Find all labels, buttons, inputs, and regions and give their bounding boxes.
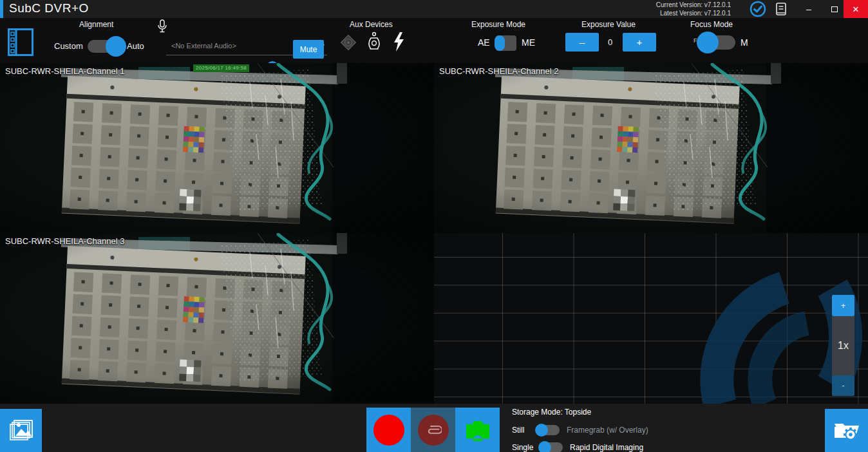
current-version: Current Version: v7.12.0.1 — [656, 1, 731, 9]
still-toggle-knob — [535, 424, 548, 437]
channel-1-video — [0, 63, 434, 233]
zoom-in-button[interactable]: + — [832, 295, 854, 316]
framegrab-label: Framegrab (w/ Overlay) — [567, 426, 648, 435]
video-grid: SUBC-RWR-SHEILA-Channel 1 2025/06/17 16:… — [0, 63, 868, 404]
title-accent-bar — [0, 0, 3, 18]
media-gallery-button[interactable] — [0, 409, 42, 452]
still-mode-row: Still Framegrab (w/ Overlay) — [512, 425, 648, 435]
digital-zoom-control: + 1x - — [832, 295, 854, 396]
clip-attach-button[interactable] — [411, 408, 455, 452]
empty-video-slot-grid — [434, 233, 868, 404]
latest-version: Latest Version: v7.12.0.1 — [656, 9, 731, 17]
alignment-label: Alignment — [79, 20, 113, 29]
zoom-level-indicator: 1x — [832, 316, 854, 375]
film-strip-icon[interactable] — [8, 28, 33, 59]
single-toggle-knob — [538, 441, 551, 452]
channel-2-video — [434, 63, 868, 233]
channel-1-label: SUBC-RWR-SHEILA-Channel 1 — [5, 66, 124, 76]
channel-3-label: SUBC-RWR-SHEILA-Channel 3 — [5, 236, 124, 246]
video-channel-1[interactable]: SUBC-RWR-SHEILA-Channel 1 2025/06/17 16:… — [0, 63, 434, 233]
lamp-icon[interactable] — [367, 32, 381, 55]
camera-icon — [464, 419, 492, 441]
focus-mode-toggle-knob — [697, 32, 719, 53]
exposure-mode-toggle-knob — [495, 35, 505, 51]
storage-mode-row: Storage Mode: Topside — [512, 408, 591, 417]
record-icon — [373, 415, 404, 446]
close-button[interactable]: ✕ — [844, 0, 868, 18]
alignment-custom-label: Custom — [54, 41, 83, 51]
aux-devices-label: Aux Devices — [350, 20, 393, 29]
audio-device-dropdown[interactable]: <No External Audio> — [171, 42, 236, 50]
bottom-bar: Storage Mode: Topside Still Framegrab (w… — [0, 404, 868, 452]
title-bar: SubC DVR+O Current Version: v7.12.0.1 La… — [0, 0, 868, 18]
focus-mode-toggle[interactable] — [701, 35, 735, 50]
alignment-toggle-knob — [106, 36, 126, 57]
storage-folder-settings-button[interactable] — [825, 409, 868, 452]
me-label: ME — [522, 37, 535, 48]
mute-button[interactable]: Mute — [293, 40, 324, 59]
log-book-icon[interactable] — [773, 1, 789, 17]
app-title: SubC DVR+O — [9, 1, 89, 15]
still-label: Still — [512, 426, 536, 435]
single-label: Single — [512, 443, 540, 452]
app-window: SubC DVR+O Current Version: v7.12.0.1 La… — [0, 0, 868, 452]
still-capture-button[interactable] — [455, 408, 500, 452]
toolbar: Alignment Custom Auto <No External Audio… — [0, 18, 868, 63]
ae-label: AE — [478, 37, 490, 48]
update-check-icon[interactable] — [750, 1, 766, 17]
video-channel-2[interactable]: SUBC-RWR-SHEILA-Channel 2 — [434, 63, 868, 233]
still-mode-toggle[interactable] — [536, 425, 560, 435]
channel-3-video — [0, 233, 434, 404]
exposure-value: 0 — [608, 37, 612, 47]
strobe-flash-icon[interactable] — [392, 32, 406, 55]
folder-settings-icon — [833, 418, 861, 444]
focus-m-label: M — [741, 37, 748, 48]
alignment-auto-label: Auto — [127, 41, 144, 51]
maximize-button[interactable] — [824, 0, 845, 18]
exposure-value-label: Exposure Value — [581, 20, 636, 29]
single-mode-row: Single Rapid Digital Imaging — [512, 442, 643, 452]
channel-2-label: SUBC-RWR-SHEILA-Channel 2 — [439, 66, 558, 76]
single-mode-toggle[interactable] — [540, 442, 563, 452]
record-button[interactable] — [366, 408, 411, 452]
paperclip-icon — [425, 422, 442, 438]
video-channel-3[interactable]: SUBC-RWR-SHEILA-Channel 3 — [0, 233, 434, 404]
minimize-button[interactable]: – — [798, 0, 819, 18]
rapid-imaging-label: Rapid Digital Imaging — [570, 443, 643, 452]
paperclip-circle — [418, 415, 449, 446]
exposure-mode-label: Exposure Mode — [471, 20, 525, 29]
video-timestamp-overlay: 2025/06/17 16:49:58 — [193, 64, 249, 72]
maximize-icon — [831, 6, 838, 12]
focus-mode-label: Focus Mode — [690, 20, 733, 29]
version-info: Current Version: v7.12.0.1 Latest Versio… — [656, 1, 731, 17]
gallery-icon — [8, 419, 34, 443]
zoom-out-button[interactable]: - — [832, 375, 854, 396]
microphone-icon — [157, 19, 167, 36]
alignment-toggle[interactable] — [88, 40, 122, 53]
exposure-plus-button[interactable]: + — [623, 33, 656, 52]
laser-icon[interactable] — [339, 33, 358, 55]
exposure-minus-button[interactable]: – — [565, 33, 599, 52]
storage-mode-label: Storage Mode: Topside — [512, 408, 591, 417]
exposure-mode-toggle[interactable] — [496, 35, 516, 51]
